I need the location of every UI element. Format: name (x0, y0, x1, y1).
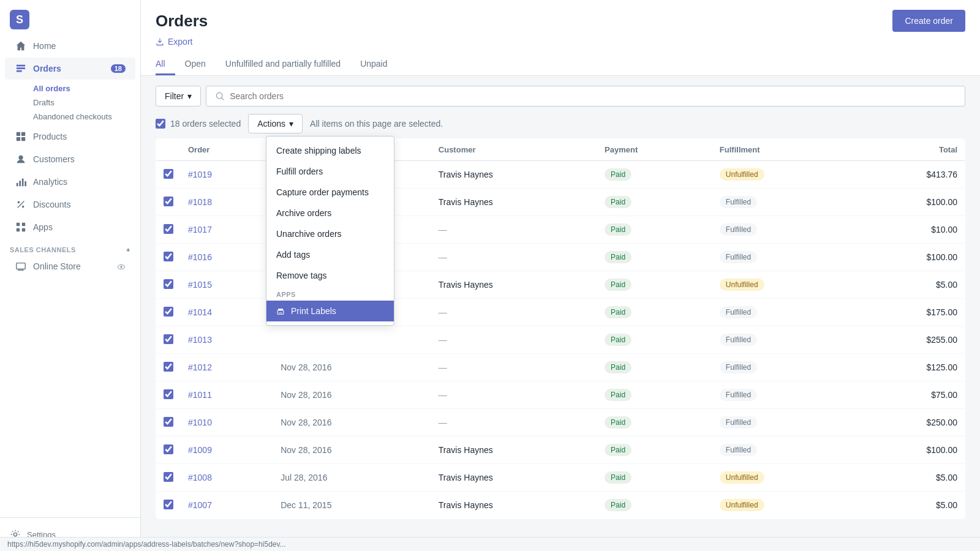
row-fulfillment: Fulfilled (712, 189, 854, 216)
order-link[interactable]: #1008 (188, 473, 212, 482)
payment-badge: Paid (605, 334, 631, 346)
sidebar-item-online-store[interactable]: Online Store (5, 257, 135, 276)
dropdown-item-remove-tags[interactable]: Remove tags (266, 265, 394, 286)
search-input[interactable] (230, 91, 956, 101)
svg-point-21 (120, 266, 123, 268)
row-total: $5.00 (854, 492, 965, 519)
row-checkbox[interactable] (164, 472, 173, 482)
dropdown-item-fulfill-orders[interactable]: Fulfill orders (266, 161, 394, 182)
actions-button[interactable]: Actions ▾ (248, 114, 303, 133)
order-link[interactable]: #1017 (188, 225, 212, 234)
row-customer: Travis Haynes (431, 161, 597, 189)
tab-open[interactable]: Open (175, 54, 216, 75)
sidebar-item-orders[interactable]: Orders 18 (5, 58, 135, 80)
sidebar-item-analytics[interactable]: Analytics (5, 171, 135, 193)
order-link[interactable]: #1013 (188, 335, 212, 345)
sidebar-item-customers-label: Customers (33, 154, 75, 164)
actions-bar: 18 orders selected Actions ▾ All items o… (156, 114, 965, 133)
dropdown-item-archive-orders[interactable]: Archive orders (266, 203, 394, 223)
row-checkbox[interactable] (164, 417, 173, 427)
row-order-id: #1015 (181, 271, 273, 299)
row-date: Nov 28, 2016 (273, 381, 431, 409)
row-checkbox[interactable] (164, 224, 173, 234)
row-checkbox[interactable] (164, 334, 173, 344)
th-total: Total (854, 139, 965, 161)
filter-label: Filter (165, 91, 184, 101)
sidebar-sub-abandoned-checkouts[interactable]: Abandoned checkouts (28, 110, 140, 124)
row-checkbox[interactable] (164, 279, 173, 289)
row-total: $5.00 (854, 464, 965, 492)
dropdown-item-unarchive-orders[interactable]: Unarchive orders (266, 223, 394, 244)
create-order-button[interactable]: Create order (892, 10, 965, 32)
sidebar-item-apps[interactable]: Apps (5, 216, 135, 238)
order-link[interactable]: #1014 (188, 307, 212, 317)
row-total: $413.76 (854, 161, 965, 189)
sidebar-sub-drafts[interactable]: Drafts (28, 96, 140, 110)
row-checkbox[interactable] (164, 252, 173, 261)
row-checkbox[interactable] (164, 197, 173, 206)
payment-badge: Paid (605, 416, 631, 429)
row-checkbox[interactable] (164, 169, 173, 179)
row-customer: Travis Haynes (431, 437, 597, 464)
sidebar-item-apps-label: Apps (33, 222, 53, 232)
row-checkbox-cell (156, 244, 181, 271)
svg-rect-5 (17, 137, 20, 141)
orders-icon (15, 62, 27, 75)
sidebar-item-products[interactable]: Products (5, 126, 135, 148)
filter-button[interactable]: Filter ▾ (156, 86, 201, 107)
sidebar-sub-all-orders[interactable]: All orders (28, 81, 140, 96)
row-customer: Travis Haynes (431, 464, 597, 492)
dropdown-item-create-shipping-labels[interactable]: Create shipping labels (266, 140, 394, 161)
fulfillment-badge: Fulfilled (720, 306, 757, 318)
sidebar-item-customers[interactable]: Customers (5, 148, 135, 170)
svg-line-24 (222, 98, 224, 100)
row-order-id: #1009 (181, 437, 273, 464)
row-fulfillment: Unfulfilled (712, 492, 854, 519)
row-payment: Paid (597, 244, 712, 271)
tab-all[interactable]: All (156, 54, 175, 75)
row-checkbox[interactable] (164, 500, 173, 509)
search-icon (215, 91, 225, 101)
table-row: #1013 — Paid Fulfilled $255.00 (156, 326, 965, 354)
row-total: $100.00 (854, 244, 965, 271)
add-sales-channel-icon[interactable]: + (126, 246, 130, 253)
order-link[interactable]: #1009 (188, 445, 212, 455)
row-date: Nov 28, 2016 (273, 354, 431, 381)
tab-unfulfilled[interactable]: Unfulfilled and partially fulfilled (216, 54, 350, 75)
order-link[interactable]: #1007 (188, 500, 212, 510)
order-link[interactable]: #1016 (188, 252, 212, 262)
order-link[interactable]: #1011 (188, 390, 212, 400)
order-link[interactable]: #1010 (188, 418, 212, 427)
row-total: $5.00 (854, 271, 965, 299)
row-checkbox[interactable] (164, 444, 173, 454)
content-area: Filter ▾ 18 orders selected Actions ▾ Al… (141, 76, 980, 551)
dropdown-item-add-tags[interactable]: Add tags (266, 244, 394, 265)
order-link[interactable]: #1012 (188, 362, 212, 372)
actions-chevron-icon: ▾ (289, 119, 293, 129)
orders-submenu: All orders Drafts Abandoned checkouts (0, 80, 140, 125)
dropdown-item-print-labels[interactable]: Print Labels (266, 301, 394, 321)
row-checkbox[interactable] (164, 362, 173, 372)
online-store-eye-icon (117, 261, 126, 271)
orders-selected-count: 18 orders selected (170, 119, 241, 129)
row-order-id: #1011 (181, 381, 273, 409)
home-icon (15, 40, 27, 52)
tab-unpaid[interactable]: Unpaid (350, 54, 397, 75)
export-label[interactable]: Export (168, 37, 192, 47)
row-checkbox[interactable] (164, 307, 173, 317)
row-date: Nov 28, 2016 (273, 409, 431, 437)
sidebar-item-home[interactable]: Home (5, 35, 135, 57)
order-link[interactable]: #1019 (188, 170, 212, 179)
row-checkbox[interactable] (164, 389, 173, 399)
svg-rect-10 (22, 179, 24, 187)
svg-rect-25 (277, 310, 284, 314)
select-all-checkbox[interactable] (156, 119, 165, 129)
sidebar-logo: S (0, 0, 140, 34)
dropdown-item-capture-order-payments[interactable]: Capture order payments (266, 182, 394, 203)
order-link[interactable]: #1018 (188, 197, 212, 207)
svg-rect-8 (17, 183, 18, 186)
sidebar-item-discounts[interactable]: Discounts (5, 193, 135, 216)
row-total: $10.00 (854, 216, 965, 244)
fulfillment-badge: Fulfilled (720, 416, 757, 429)
order-link[interactable]: #1015 (188, 280, 212, 290)
